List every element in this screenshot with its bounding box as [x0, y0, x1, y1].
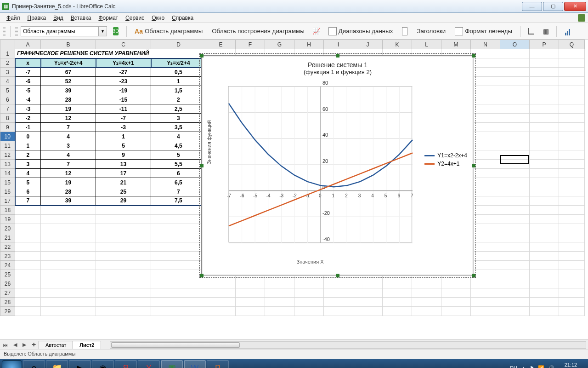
cell[interactable]	[500, 123, 530, 132]
col-header[interactable]: N	[471, 40, 500, 49]
cell[interactable]	[500, 288, 530, 298]
data-cell[interactable]: 2	[15, 150, 41, 160]
cell[interactable]	[96, 261, 151, 270]
data-cell[interactable]: 0,5	[151, 68, 206, 77]
data-cell[interactable]: 3,5	[151, 123, 206, 132]
row-header[interactable]: 27	[0, 288, 15, 298]
cell[interactable]	[41, 270, 96, 279]
data-cell[interactable]: 5	[96, 141, 151, 150]
cell[interactable]	[500, 224, 530, 233]
cell[interactable]	[500, 307, 530, 316]
cell[interactable]	[471, 242, 500, 252]
data-cell[interactable]: 4	[151, 132, 206, 141]
col-header[interactable]: F	[236, 40, 265, 49]
data-cell[interactable]: 17	[96, 169, 151, 178]
cell[interactable]	[500, 86, 530, 95]
cell[interactable]	[471, 58, 500, 68]
cell[interactable]	[294, 288, 324, 298]
col-header[interactable]: O	[500, 40, 530, 49]
row-header[interactable]: 16	[0, 187, 15, 196]
data-cell[interactable]: 2	[151, 95, 206, 104]
cell[interactable]	[96, 224, 151, 233]
data-cell[interactable]: 67	[41, 68, 96, 77]
cell[interactable]	[412, 279, 441, 288]
cell[interactable]	[96, 279, 151, 288]
cell[interactable]	[96, 215, 151, 224]
system-tray[interactable]: RU ▲ ⚑ 📶 🔊 21:12 13.11.2016	[510, 362, 586, 368]
cell[interactable]	[383, 279, 412, 288]
cell[interactable]	[41, 279, 96, 288]
menu-format[interactable]: Формат	[95, 14, 122, 22]
task-yabrowser-icon[interactable]: Y	[138, 360, 160, 368]
cell[interactable]	[412, 288, 441, 298]
titles-button[interactable]: Заголовки	[413, 25, 449, 37]
cell[interactable]	[530, 58, 559, 68]
row-header[interactable]: 22	[0, 242, 15, 252]
menu-tools[interactable]: Сервис	[122, 14, 148, 22]
cell[interactable]	[471, 114, 500, 123]
cell[interactable]	[500, 215, 530, 224]
resize-handle[interactable]	[336, 54, 339, 58]
cell[interactable]	[500, 150, 530, 160]
cell[interactable]	[559, 95, 585, 104]
cell[interactable]	[265, 298, 294, 307]
tray-action-center-icon[interactable]: ⚑	[530, 365, 534, 368]
data-cell[interactable]: 5,5	[151, 160, 206, 169]
row-header[interactable]: 1	[0, 49, 15, 58]
col-header[interactable]: A	[15, 40, 41, 49]
cell[interactable]	[530, 206, 559, 215]
data-cell[interactable]: 52	[41, 77, 96, 86]
row-header[interactable]: 5	[0, 86, 15, 95]
y-axis-label[interactable]: Значения функций	[206, 120, 212, 164]
cell[interactable]	[559, 270, 585, 279]
cell[interactable]	[96, 307, 151, 316]
cell[interactable]	[559, 252, 585, 261]
menu-view[interactable]: Вид	[50, 14, 67, 22]
resize-handle[interactable]	[472, 164, 475, 167]
cell[interactable]	[294, 307, 324, 316]
data-cell[interactable]: 4	[41, 132, 96, 141]
cell[interactable]	[471, 141, 500, 150]
cell[interactable]	[15, 252, 41, 261]
cell[interactable]	[353, 298, 383, 307]
data-cell[interactable]: 12	[41, 169, 96, 178]
cell[interactable]	[559, 49, 585, 58]
cell[interactable]	[559, 279, 585, 288]
cell[interactable]	[265, 288, 294, 298]
cell[interactable]	[530, 150, 559, 160]
data-cell[interactable]: -15	[96, 95, 151, 104]
cell[interactable]	[294, 298, 324, 307]
tab-nav-prev[interactable]: ◀	[11, 342, 20, 348]
cell[interactable]	[471, 178, 500, 187]
cell[interactable]	[500, 114, 530, 123]
x-axis-label[interactable]: Значения Х	[204, 259, 416, 264]
cell[interactable]	[96, 270, 151, 279]
plot-area-button[interactable]: Область построения диаграммы	[209, 25, 308, 37]
cell[interactable]	[206, 298, 236, 307]
sheet-tab-list2[interactable]: Лист2	[73, 341, 101, 349]
dropdown-icon[interactable]: ▼	[99, 26, 107, 36]
cell[interactable]	[383, 288, 412, 298]
resize-handle[interactable]	[472, 54, 475, 58]
cell[interactable]	[559, 233, 585, 242]
cell[interactable]	[559, 123, 585, 132]
cell[interactable]	[559, 68, 585, 77]
col-header[interactable]: E	[206, 40, 236, 49]
data-cell[interactable]: 1,5	[151, 86, 206, 95]
data-cell[interactable]: -2	[15, 114, 41, 123]
chart-legend[interactable]: Y1=x2-2x+4 Y2=4x+1	[424, 150, 467, 169]
cell[interactable]	[471, 68, 500, 77]
hgrid-icon[interactable]	[525, 25, 537, 37]
cell[interactable]	[500, 298, 530, 307]
data-cell[interactable]: 2,5	[151, 104, 206, 114]
tray-lang[interactable]: RU	[510, 365, 517, 368]
cell[interactable]	[236, 298, 265, 307]
cell[interactable]	[15, 288, 41, 298]
cell[interactable]	[96, 242, 151, 252]
cell[interactable]	[500, 132, 530, 141]
cell[interactable]	[559, 307, 585, 316]
cell[interactable]	[206, 307, 236, 316]
cell[interactable]	[559, 150, 585, 160]
cell[interactable]	[15, 233, 41, 242]
tab-nav-add[interactable]: ✚	[29, 342, 39, 348]
